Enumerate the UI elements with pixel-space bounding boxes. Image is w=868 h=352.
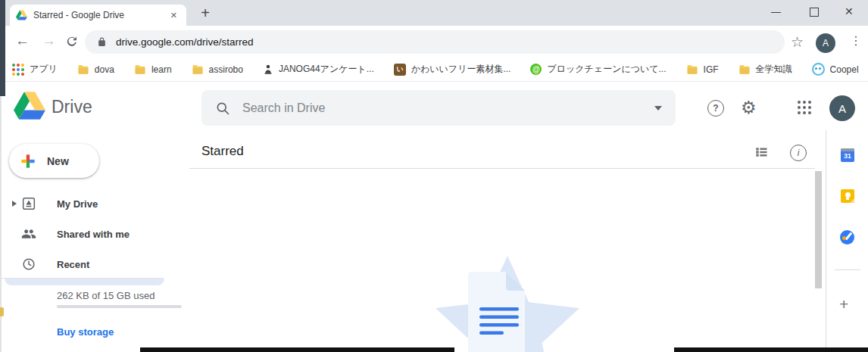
bookmark-folder-igf[interactable]: IGF — [686, 64, 719, 75]
drive-search-bar[interactable] — [201, 90, 676, 126]
storage-usage-text: 262 KB of 15 GB used — [57, 290, 155, 301]
page-title: Starred — [201, 144, 244, 159]
sidebar-item-my-drive[interactable]: My Drive — [0, 193, 182, 214]
search-options-caret-icon[interactable] — [654, 106, 662, 111]
bookmark-folder-zengaku[interactable]: 全学知識 — [738, 63, 792, 76]
bookmark-janog[interactable]: JANOG44アンケート... — [263, 63, 374, 76]
bookmark-apps[interactable]: アプリ — [12, 63, 58, 76]
right-side-panel: 31 + — [826, 130, 868, 352]
new-button[interactable]: New — [9, 144, 99, 178]
search-input[interactable] — [241, 101, 654, 116]
browser-tab[interactable]: Starred - Google Drive ✕ — [10, 5, 186, 26]
screen: Starred - Google Drive ✕ + ✕ ← → drive.g… — [0, 0, 868, 352]
window-minimize-button[interactable] — [771, 12, 781, 13]
clock-icon — [21, 257, 36, 272]
bookmark-coopel[interactable]: Coopel — [812, 63, 859, 76]
folder-icon — [686, 64, 698, 75]
expand-arrow-icon[interactable] — [12, 201, 17, 207]
folder-icon — [134, 64, 146, 75]
drive-favicon-icon — [16, 10, 27, 20]
background-window-edge — [0, 0, 5, 96]
window-close-button[interactable]: ✕ — [845, 5, 854, 17]
bookmark-irasutoya[interactable]: い かわいいフリー素材集... — [394, 63, 511, 76]
sidebar-item-recent[interactable]: Recent — [0, 254, 182, 275]
search-icon[interactable] — [215, 101, 230, 116]
multicolor-plus-icon — [18, 151, 38, 171]
bottom-bar-left — [140, 347, 454, 352]
tab-close-icon[interactable]: ✕ — [167, 9, 180, 22]
bookmark-folder-dova[interactable]: dova — [77, 64, 114, 75]
tab-title: Starred - Google Drive — [33, 10, 167, 20]
bookmark-star-icon[interactable]: ☆ — [791, 33, 804, 51]
bottom-bar-right — [674, 347, 868, 352]
drive-avatar-letter: A — [838, 102, 846, 115]
window-maximize-button[interactable] — [810, 8, 819, 17]
bookmark-folder-assirobo[interactable]: assirobo — [192, 64, 243, 75]
tasks-icon[interactable] — [840, 230, 854, 245]
folder-icon — [192, 64, 204, 75]
buy-storage-link[interactable]: Buy storage — [57, 326, 114, 338]
bookmarks-bar: アプリ dova learn assirobo JANOG44アンケート... … — [0, 58, 868, 82]
irasutoya-icon: い — [394, 64, 406, 76]
side-panel-divider — [835, 269, 860, 270]
sidebar-scroll-shadow — [5, 279, 164, 285]
drive-logo-icon[interactable] — [14, 92, 45, 123]
forward-icon: → — [42, 33, 56, 49]
lock-icon — [97, 36, 107, 48]
keep-icon[interactable] — [841, 189, 854, 203]
sidebar-item-shared-with-me[interactable]: Shared with me — [0, 223, 182, 245]
list-view-icon[interactable] — [754, 145, 769, 163]
google-apps-grid-icon[interactable] — [798, 101, 811, 114]
browser-avatar[interactable]: A — [816, 33, 835, 53]
my-drive-icon — [21, 196, 36, 211]
bookmark-folder-learn[interactable]: learn — [134, 64, 172, 75]
green-badge-icon: @ — [530, 64, 542, 75]
folder-icon — [77, 64, 89, 75]
content-divider — [189, 168, 815, 169]
calendar-icon[interactable]: 31 — [841, 148, 854, 162]
info-icon[interactable]: i — [790, 145, 807, 161]
drive-wordmark: Drive — [52, 97, 92, 117]
people-icon — [21, 226, 36, 241]
folder-icon — [738, 64, 751, 75]
new-button-label: New — [47, 155, 69, 167]
add-addon-button[interactable]: + — [839, 295, 848, 313]
person-stamp-icon — [263, 64, 273, 75]
back-icon[interactable]: ← — [15, 33, 30, 49]
help-icon[interactable]: ? — [707, 100, 724, 117]
address-bar[interactable]: drive.google.com/drive/starred — [85, 30, 785, 54]
gear-icon[interactable]: ⚙ — [741, 99, 757, 117]
bookmark-blockchain[interactable]: @ ブロックチェーンについて... — [530, 63, 666, 76]
left-edge-mark — [0, 307, 4, 316]
browser-menu-icon[interactable]: ⋮ — [850, 33, 862, 48]
reload-icon[interactable] — [65, 35, 79, 51]
browser-avatar-letter: A — [823, 38, 829, 48]
url-text: drive.google.com/drive/starred — [116, 36, 254, 48]
coopel-icon — [812, 63, 825, 76]
storage-progress-bar — [57, 305, 182, 308]
vertical-scrollbar[interactable] — [815, 171, 822, 288]
apps-grid-color-icon — [12, 64, 24, 76]
starred-empty-state-illustration — [417, 256, 598, 352]
new-tab-button[interactable]: + — [195, 4, 215, 23]
drive-avatar[interactable]: A — [829, 95, 855, 121]
